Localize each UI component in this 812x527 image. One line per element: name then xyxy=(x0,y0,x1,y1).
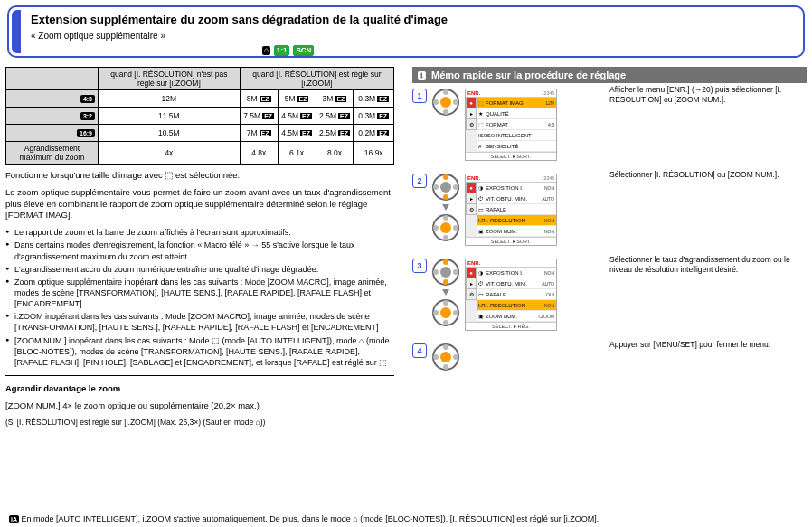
notes-list: Le rapport de zoom et la barre de zoom a… xyxy=(5,227,394,368)
section-subtitle: [ZOOM NUM.] 4× le zoom optique ou supplé… xyxy=(5,400,394,412)
menu-row: ◑EXPOSITION I.NON xyxy=(477,183,556,193)
ez-badge: EZ xyxy=(377,96,389,102)
dpad-icon xyxy=(432,174,459,201)
step-number: 2 xyxy=(412,174,427,188)
menu-row: ISOISO INTELLIGENT xyxy=(477,130,556,141)
ez-badge: EZ xyxy=(338,113,350,119)
ez-badge: EZ xyxy=(300,130,312,136)
procedure-strip: ℹ Mémo rapide sur la procédure de réglag… xyxy=(412,67,807,83)
ez-badge: EZ xyxy=(338,130,350,136)
list-item: Le rapport de zoom et la barre de zoom a… xyxy=(5,227,394,238)
footer-tip: iA En mode [AUTO INTELLIGENT], i.ZOOM s'… xyxy=(9,514,803,525)
menu-row: ▭RAFALE xyxy=(477,204,556,215)
menu-row: #SENSIBILITÉ xyxy=(477,141,556,152)
step-controls xyxy=(432,89,459,116)
menu-row: ⬚FORMAT4:3 xyxy=(477,119,556,130)
menu-footer: SÉLECT. ▸ SORT. xyxy=(466,237,556,245)
list-item: Dans certains modes d'enregistrement, la… xyxy=(5,240,394,261)
procedure-strip-title: Mémo rapide sur la procédure de réglage xyxy=(431,70,626,80)
menu-row: ▣ZOOM NUM.NON xyxy=(477,226,556,237)
header-mode-badges: ⌂ 1:1 SCN xyxy=(262,45,314,56)
ez-badge: EZ xyxy=(377,130,389,136)
list-item: Zoom optique supplémentaire inopérant da… xyxy=(5,277,394,309)
step: 4 xyxy=(412,343,602,371)
menu-row: ⬚FORMAT IMAG12M xyxy=(477,98,556,108)
feature-header: Extension supplémentaire du zoom sans dé… xyxy=(7,5,805,58)
section-title: Agrandir davantage le zoom xyxy=(5,383,394,395)
menu-tab: ⚙ xyxy=(466,203,477,215)
menu-footer: SÉLECT. ▸ RÉG. xyxy=(466,322,556,330)
menu-row: I.RI. RÉSOLUTIONNON xyxy=(477,300,556,311)
step-controls xyxy=(432,343,459,371)
arrow-down-icon xyxy=(442,204,449,211)
step-text: Sélectionner le taux d'agrandissement du… xyxy=(609,255,799,329)
ez-badge: EZ xyxy=(377,113,389,119)
ez-badge: EZ xyxy=(260,130,271,136)
camera-menu-mock: ENR.12345●▸⚙◑EXPOSITION I.NON⏱VIT. OBTU.… xyxy=(465,174,557,246)
menu-row: ⏱VIT. OBTU. MINI.AUTO xyxy=(477,278,556,289)
menu-header: ENR. xyxy=(466,259,556,268)
menu-row: ▭RAFALEOUI xyxy=(477,289,556,300)
step-number: 4 xyxy=(412,343,427,358)
menu-footer: SÉLECT. ▸ SORT. xyxy=(466,152,556,160)
aspect-ratio-badge: 3:2 xyxy=(80,112,95,120)
header-title: Extension supplémentaire du zoom sans dé… xyxy=(31,13,448,26)
arrow-down-icon xyxy=(442,289,449,296)
step-text: Appuyer sur [MENU/SET] pour fermer le me… xyxy=(609,340,799,369)
menu-row: ⏱VIT. OBTU. MINI.AUTO xyxy=(477,193,556,204)
table-row-zoom-max: Agrandissement maximum du zoom 4x 4.8x 6… xyxy=(6,142,394,165)
dpad-icon xyxy=(432,343,459,371)
menu-header: ENR.12345 xyxy=(466,174,556,183)
menu-header: ENR.12345 xyxy=(466,89,556,98)
ez-badge: EZ xyxy=(262,113,274,119)
menu-row: I.RI. RÉSOLUTIONNON xyxy=(477,215,556,226)
section-note: (Si [I. RÉSOLUTION] est réglé sur [i.ZOO… xyxy=(5,418,394,428)
paragraph-ez-note: Fonctionne lorsqu'une taille d'image ave… xyxy=(5,170,394,182)
step-number: 1 xyxy=(412,89,427,103)
list-item: i.ZOOM inopérant dans les cas suivants :… xyxy=(5,311,394,333)
header-accent-tab xyxy=(12,10,21,53)
zoom-max-label: Agrandissement maximum du zoom xyxy=(6,142,99,165)
ez-badge: EZ xyxy=(335,96,346,102)
ez-badge: EZ xyxy=(297,96,309,102)
step-controls xyxy=(432,259,459,326)
step-text: Afficher le menu [ENR.] (→20) puis sélec… xyxy=(609,85,799,159)
table-head-noizoom: quand [I. RÉSOLUTION] n'est pas réglé su… xyxy=(99,68,241,90)
dpad-icon xyxy=(432,299,459,326)
dpad-icon xyxy=(432,214,459,241)
camera-menu-mock: ENR.●▸⚙◑EXPOSITION I.NON⏱VIT. OBTU. MINI… xyxy=(465,259,557,331)
dpad-icon xyxy=(432,259,459,286)
step: 3ENR.●▸⚙◑EXPOSITION I.NON⏱VIT. OBTU. MIN… xyxy=(412,259,602,331)
table-head-izoom: quand [I. RÉSOLUTION] est réglé sur [i.Z… xyxy=(240,68,393,90)
step: 1ENR.12345●▸⚙⬚FORMAT IMAG12M★QUALITÉ⬚FOR… xyxy=(412,89,602,161)
menu-row: ◑EXPOSITION I.NON xyxy=(477,268,556,278)
zoom-table: quand [I. RÉSOLUTION] n'est pas réglé su… xyxy=(5,67,394,165)
aspect-ratio-badge: 16:9 xyxy=(77,129,95,137)
ez-badge: EZ xyxy=(260,96,271,102)
step-number: 3 xyxy=(412,259,427,273)
paragraph-ezoom-desc: Le zoom optique supplémentaire vous perm… xyxy=(5,187,394,221)
mode-badge: ⌂ xyxy=(262,46,270,55)
menu-row: ★QUALITÉ xyxy=(477,108,556,119)
menu-tab: ⚙ xyxy=(466,118,477,130)
footer-tip-text: En mode [AUTO INTELLIGENT], i.ZOOM s'act… xyxy=(22,514,600,523)
ia-mode-badge: iA xyxy=(9,515,19,523)
dpad-icon xyxy=(432,89,459,116)
mode-badge: 1:1 xyxy=(274,45,290,56)
divider xyxy=(5,375,394,376)
step-controls xyxy=(432,174,459,241)
menu-tab: ⚙ xyxy=(466,288,477,300)
left-column: quand [I. RÉSOLUTION] n'est pas réglé su… xyxy=(5,67,394,433)
info-icon: ℹ xyxy=(418,71,426,80)
step-text: Sélectionner [I. RÉSOLUTION] ou [ZOOM NU… xyxy=(609,170,799,244)
table-row: 3:2 11.5M 7.5MEZ 4.5MEZ 2.5MEZ 0.3MEZ xyxy=(6,108,394,125)
menu-row: ▣ZOOM NUM.i.ZOOM xyxy=(477,311,556,322)
camera-menu-mock: ENR.12345●▸⚙⬚FORMAT IMAG12M★QUALITÉ⬚FORM… xyxy=(465,89,557,161)
table-row: 16:9 10.5M 7MEZ 4.5MEZ 2.5MEZ 0.2MEZ xyxy=(6,125,394,142)
right-column: ℹ Mémo rapide sur la procédure de réglag… xyxy=(412,67,807,433)
ez-badge: EZ xyxy=(300,113,312,119)
table-row: 4:3 12M 8MEZ 5MEZ 3MEZ 0.3MEZ xyxy=(6,90,394,108)
steps-container: 1ENR.12345●▸⚙⬚FORMAT IMAG12M★QUALITÉ⬚FOR… xyxy=(412,89,807,376)
step: 2ENR.12345●▸⚙◑EXPOSITION I.NON⏱VIT. OBTU… xyxy=(412,174,602,246)
header-subtitle: « Zoom optique supplémentaire » xyxy=(31,31,165,41)
